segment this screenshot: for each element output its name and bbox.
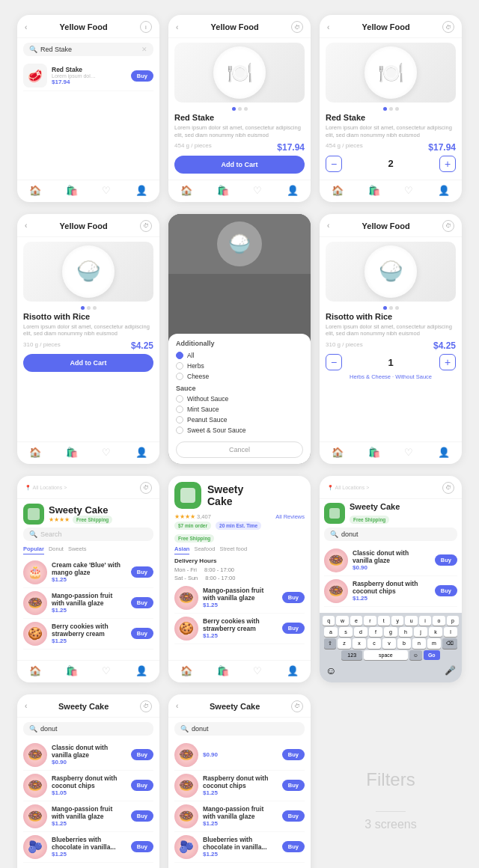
result2-buy-0[interactable]: Buy [282, 749, 305, 760]
key-c[interactable]: c [367, 638, 381, 649]
key-s[interactable]: s [339, 627, 353, 637]
search-bar[interactable]: 🔍 Red Stake ✕ [23, 43, 153, 56]
user-icon[interactable]: 👤 [287, 665, 299, 676]
result-buy-4[interactable]: Buy [131, 841, 153, 852]
key-e[interactable]: e [350, 616, 362, 626]
search-bar[interactable]: 🔍 Search [23, 528, 153, 541]
tab-street[interactable]: Street food [219, 545, 247, 554]
key-u[interactable]: u [405, 616, 417, 626]
key-shift[interactable]: ⇧ [324, 638, 336, 649]
qty-decrease-button[interactable]: − [326, 354, 342, 370]
item-buy-2[interactable]: Buy [131, 597, 153, 608]
user-icon[interactable]: 👤 [438, 185, 450, 196]
cancel-button[interactable]: Cancel [176, 441, 303, 458]
option-herbs[interactable]: Herbs [176, 362, 303, 370]
key-y[interactable]: y [391, 616, 403, 626]
key-b[interactable]: b [397, 638, 411, 649]
heart-icon[interactable]: ♡ [102, 665, 111, 676]
home-icon[interactable]: 🏠 [29, 447, 41, 458]
option-no-sauce[interactable]: Without Sauce [176, 395, 303, 403]
qty-increase-button[interactable]: + [439, 156, 456, 172]
bag-icon[interactable]: 🛍️ [66, 185, 78, 196]
home-icon[interactable]: 🏠 [29, 665, 41, 676]
result-buy-2[interactable]: Buy [131, 780, 153, 791]
info-icon[interactable]: i [140, 21, 152, 33]
key-p[interactable]: p [447, 616, 459, 626]
tab-seafood[interactable]: Seafood [194, 545, 215, 554]
key-r[interactable]: r [364, 616, 376, 626]
mic-icon[interactable]: 🎤 [445, 665, 456, 676]
option-peanut-sauce[interactable]: Peanut Sauce [176, 416, 303, 424]
bag-icon[interactable]: 🛍️ [368, 447, 380, 458]
item-buy-d2[interactable]: Buy [282, 623, 305, 634]
kb-buy-2[interactable]: Buy [435, 585, 457, 596]
heart-icon[interactable]: ♡ [404, 447, 413, 458]
info-icon[interactable]: ⏱ [442, 220, 454, 232]
key-d[interactable]: d [354, 627, 367, 637]
tab-sweets[interactable]: Sweets [68, 545, 87, 554]
home-icon[interactable]: 🏠 [180, 185, 192, 196]
bag-icon[interactable]: 🛍️ [217, 665, 229, 676]
user-icon[interactable]: 👤 [135, 447, 147, 458]
key-delete[interactable]: ⌫ [442, 638, 457, 649]
user-icon[interactable]: 👤 [287, 185, 299, 196]
item-buy-1[interactable]: Buy [131, 566, 153, 578]
info-icon[interactable]: ⏱ [140, 220, 152, 232]
bag-icon[interactable]: 🛍️ [66, 665, 78, 676]
heart-icon[interactable]: ♡ [404, 185, 413, 196]
bag-icon[interactable]: 🛍️ [66, 447, 78, 458]
heart-icon[interactable]: ♡ [102, 185, 111, 196]
key-emoji[interactable]: ☺ [409, 650, 422, 660]
key-i[interactable]: i [419, 616, 431, 626]
result2-buy-2[interactable]: Buy [282, 780, 305, 791]
home-icon[interactable]: 🏠 [180, 665, 192, 676]
bag-icon[interactable]: 🛍️ [217, 185, 229, 196]
option-mint-sauce[interactable]: Mint Sauce [176, 406, 303, 413]
key-o[interactable]: o [433, 616, 445, 626]
key-z[interactable]: z [338, 638, 351, 649]
key-l[interactable]: l [444, 627, 457, 637]
qty-decrease-button[interactable]: − [326, 156, 342, 172]
qty-increase-button[interactable]: + [439, 354, 456, 370]
key-j[interactable]: j [414, 627, 427, 637]
key-w[interactable]: w [336, 616, 348, 626]
key-f[interactable]: f [369, 627, 382, 637]
info-icon[interactable]: ⏱ [291, 21, 303, 33]
home-icon[interactable]: 🏠 [29, 185, 41, 196]
heart-icon[interactable]: ♡ [102, 447, 111, 458]
result2-buy-4[interactable]: Buy [282, 841, 305, 852]
add-to-cart-button[interactable]: Add to Cart [174, 156, 305, 174]
heart-icon[interactable]: ♡ [253, 185, 262, 196]
user-icon[interactable]: 👤 [438, 447, 450, 458]
key-space[interactable]: space [364, 650, 408, 660]
bag-icon[interactable]: 🛍️ [368, 185, 380, 196]
search-bar-r1[interactable]: 🔍 donut [23, 722, 153, 736]
key-go[interactable]: Go [424, 650, 440, 660]
all-reviews-link[interactable]: All Reviews [275, 513, 305, 520]
key-t[interactable]: t [378, 616, 390, 626]
option-all[interactable]: All [176, 352, 303, 359]
info-icon[interactable]: ⏱ [442, 21, 454, 33]
key-v[interactable]: v [382, 638, 396, 649]
key-k[interactable]: k [429, 627, 442, 637]
key-x[interactable]: x [353, 638, 366, 649]
key-q[interactable]: q [323, 616, 335, 626]
result2-buy-3[interactable]: Buy [282, 810, 305, 822]
user-icon[interactable]: 👤 [135, 185, 147, 196]
key-123[interactable]: 123 [341, 650, 362, 660]
search-bar-r2[interactable]: 🔍 donut [174, 722, 305, 736]
tab-asian[interactable]: Asian [174, 545, 189, 554]
info-icon[interactable]: ⏱ [140, 482, 152, 494]
result-buy-3[interactable]: Buy [131, 810, 153, 822]
user-icon[interactable]: 👤 [135, 665, 147, 676]
info-icon[interactable]: ⏱ [291, 700, 303, 712]
key-m[interactable]: m [427, 638, 441, 649]
emoji-icon[interactable]: ☺ [326, 664, 336, 676]
search-bar-kb[interactable]: 🔍 donut [324, 528, 457, 541]
tab-popular[interactable]: Popular [23, 545, 44, 554]
option-cheese[interactable]: Cheese [176, 373, 303, 380]
item-buy-3[interactable]: Buy [131, 628, 153, 639]
buy-button[interactable]: Buy [131, 70, 153, 82]
home-icon[interactable]: 🏠 [332, 447, 344, 458]
add-to-cart-button[interactable]: Add to Cart [23, 354, 153, 372]
